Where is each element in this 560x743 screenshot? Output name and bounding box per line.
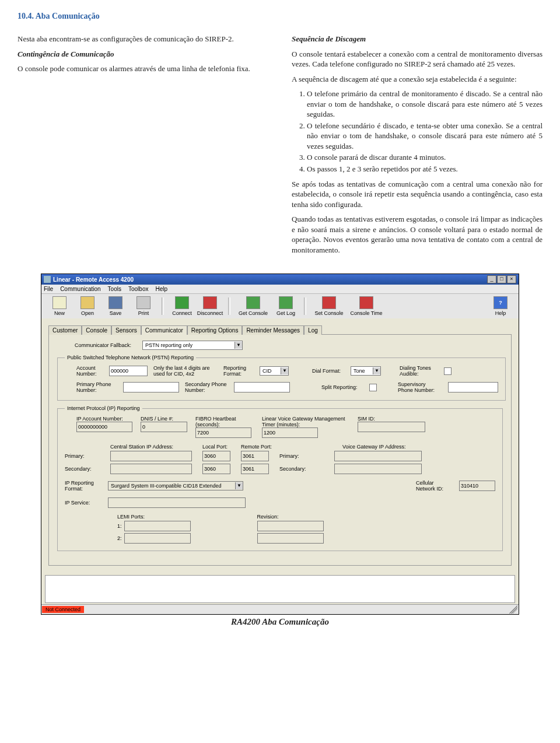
left-para-2: O console pode comunicar os alarmes atra… <box>18 64 268 74</box>
screenshot-figure: Linear - Remote Access 4200 _ □ × File C… <box>41 274 519 627</box>
primary-phone-label: Primary Phone Number: <box>76 381 117 393</box>
ip-service-input[interactable] <box>108 497 246 508</box>
vg-ip-secondary-input[interactable] <box>334 464 422 474</box>
reporting-format-select[interactable]: CID▼ <box>260 366 289 376</box>
ip-reporting-format-select[interactable]: Surgard System III-compatible CID18 Exte… <box>108 481 243 490</box>
menu-tools[interactable]: Tools <box>108 286 121 292</box>
right-column: Sequência de Discagem O console tentará … <box>292 29 542 260</box>
save-button[interactable]: Save <box>102 296 129 316</box>
ip-reporting-format-label: IP Reporting Format: <box>65 480 100 492</box>
supervisory-phone-input[interactable] <box>448 382 498 392</box>
tab-communicator[interactable]: Communicator <box>141 325 187 335</box>
help-button[interactable]: ?Help <box>487 296 514 316</box>
account-input[interactable] <box>109 366 148 376</box>
lvg-input[interactable] <box>262 427 318 438</box>
save-icon <box>108 296 123 309</box>
minimize-button[interactable]: _ <box>487 275 496 283</box>
local-port-label: Local Port: <box>202 444 230 450</box>
lvg-label: Linear Voice Gateway Management Timer (m… <box>262 416 349 427</box>
ip-legend: Internet Protocol (IP) Reporting <box>65 405 142 411</box>
set-console-label: Set Console <box>314 310 343 316</box>
connection-status: Not Connected <box>42 606 84 613</box>
remote-port-secondary-input[interactable] <box>241 464 269 474</box>
cell-id-input[interactable] <box>459 481 495 491</box>
connect-button[interactable]: Connect <box>169 296 195 316</box>
vg-ip-primary-input[interactable] <box>334 451 422 461</box>
lemi-1-label: 1: <box>117 523 122 529</box>
tab-console[interactable]: Console <box>82 325 111 335</box>
seq-item-2: O telefone secundário é discado, e tenta… <box>307 121 542 152</box>
revision-2-input[interactable] <box>257 533 324 544</box>
dnis-input[interactable] <box>141 422 187 432</box>
remote-port-label: Remote Port: <box>241 444 275 450</box>
tab-reporting-options[interactable]: Reporting Options <box>187 325 243 335</box>
local-port-secondary-input[interactable] <box>202 464 230 474</box>
get-console-label: Get Console <box>239 310 268 316</box>
secondary-phone-label: Secondary Phone Number: <box>185 381 228 393</box>
right-para-1: O console tentará estabelecer a conexão … <box>292 49 542 69</box>
local-port-primary-input[interactable] <box>202 451 230 461</box>
get-log-button[interactable]: Get Log <box>272 296 299 316</box>
fallback-select[interactable]: PSTN reporting only ▼ <box>142 341 243 350</box>
sim-id-label: SIM ID: <box>358 416 428 422</box>
seq-item-3: O console parará de discar durante 4 min… <box>307 152 542 163</box>
new-button[interactable]: New <box>46 296 73 316</box>
connect-label: Connect <box>172 310 192 316</box>
ip-service-label: IP Service: <box>65 500 100 506</box>
right-para-3: Se após todas as tentativas de comunicaç… <box>292 179 542 210</box>
left-subtitle-1: Contingência de Comunicação <box>18 49 268 59</box>
ip-account-input[interactable] <box>76 422 132 432</box>
fibro-input[interactable] <box>195 427 251 438</box>
right-para-2: A sequência de discagem até que a conexã… <box>292 74 542 85</box>
console-time-button[interactable]: Console Time <box>348 296 384 316</box>
tab-log[interactable]: Log <box>304 325 322 335</box>
menu-toolbox[interactable]: Toolbox <box>128 286 148 292</box>
secondary-phone-input[interactable] <box>234 382 290 392</box>
section-heading: 10.4. Aba Comunicação <box>18 12 542 21</box>
left-para-1: Nesta aba encontram-se as configurações … <box>18 34 268 44</box>
menu-communication[interactable]: Communication <box>60 286 100 292</box>
cs-ip-primary-input[interactable] <box>110 451 192 461</box>
lemi-port-1-input[interactable] <box>124 521 191 531</box>
menu-help[interactable]: Help <box>155 286 167 292</box>
tab-sensors[interactable]: Sensors <box>111 325 141 335</box>
dial-format-select[interactable]: Tone▼ <box>351 366 381 376</box>
close-button[interactable]: × <box>507 275 516 283</box>
disconnect-label: Disconnect <box>197 310 223 316</box>
revision-1-input[interactable] <box>257 521 324 531</box>
reporting-format-label: Reporting Format: <box>223 365 254 377</box>
split-reporting-checkbox[interactable] <box>369 384 377 391</box>
separator-icon <box>304 297 306 315</box>
primary-phone-input[interactable] <box>123 382 179 392</box>
remote-port-primary-input[interactable] <box>241 451 269 461</box>
fallback-label: Communicator Fallback: <box>75 342 139 348</box>
tab-customer[interactable]: Customer <box>48 325 82 335</box>
tab-reminder-messages[interactable]: Reminder Messages <box>242 325 304 335</box>
disconnect-button[interactable]: Disconnect <box>197 296 223 316</box>
content-columns: Nesta aba encontram-se as configurações … <box>18 29 542 260</box>
pstn-legend: Public Switched Telephone Network (PSTN)… <box>65 355 196 360</box>
log-area <box>45 575 515 603</box>
right-subtitle-1: Sequência de Discagem <box>292 34 542 44</box>
cs-ip-label: Central Station IP Address: <box>110 444 192 450</box>
cs-ip-secondary-input[interactable] <box>110 464 192 474</box>
save-label: Save <box>110 310 122 316</box>
print-button[interactable]: Print <box>130 296 157 316</box>
connect-icon <box>175 296 189 309</box>
separator-icon <box>228 297 230 315</box>
lemi-2-label: 2: <box>117 535 122 541</box>
open-button[interactable]: Open <box>74 296 101 316</box>
resize-grip-icon[interactable] <box>509 605 517 614</box>
chevron-down-icon: ▼ <box>235 342 242 349</box>
right-para-4: Quando todas as tentativas estiverem esg… <box>292 214 542 255</box>
set-console-button[interactable]: Set Console <box>311 296 347 316</box>
lemi-port-2-input[interactable] <box>124 533 191 544</box>
account-label: Account Number: <box>76 365 103 377</box>
dial-tones-checkbox[interactable] <box>444 367 452 375</box>
sim-id-input[interactable] <box>358 422 425 432</box>
menu-file[interactable]: File <box>44 286 53 292</box>
maximize-button[interactable]: □ <box>497 275 506 283</box>
get-console-button[interactable]: Get Console <box>235 296 271 316</box>
set-console-icon <box>322 296 336 309</box>
ip-group: Internet Protocol (IP) Reporting IP Acco… <box>57 405 503 551</box>
